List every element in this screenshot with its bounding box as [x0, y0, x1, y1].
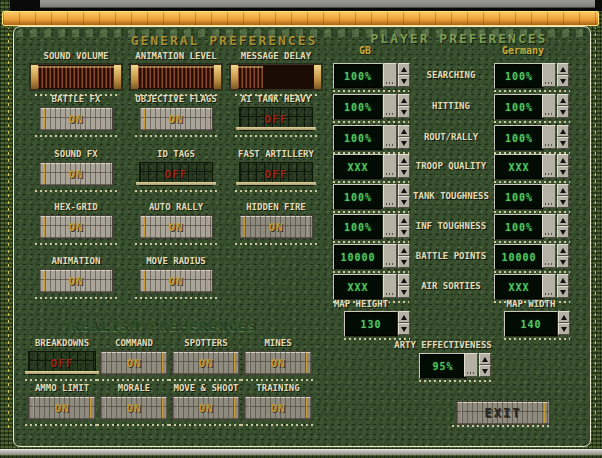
underline-dots [333, 121, 409, 123]
hex-grid-toggle[interactable]: ON [39, 215, 113, 239]
germany-inf-toughness-spin-button[interactable] [542, 214, 556, 238]
sound-volume-slider[interactable] [30, 64, 122, 90]
spotters-cell: SPOTTERS ON [170, 338, 242, 381]
down-arrow[interactable] [398, 323, 410, 335]
fast-artillery-toggle[interactable]: OFF [239, 162, 313, 186]
down-arrow[interactable] [479, 365, 491, 377]
underline-dots [494, 211, 570, 213]
training-toggle[interactable]: ON [244, 396, 312, 420]
up-arrow[interactable] [557, 154, 569, 166]
germany-hitting-value: 100% [494, 94, 544, 120]
id-tags-cell: ID TAGS OFF [126, 149, 226, 192]
underline-dots [333, 181, 409, 183]
arty-effectiveness-spin-button[interactable] [464, 353, 478, 377]
animation-level-cell: ANIMATION LEVEL [126, 51, 226, 96]
gb-inf-toughness-spin-button[interactable] [383, 214, 397, 238]
up-arrow[interactable] [557, 214, 569, 226]
hidden-fire-toggle[interactable]: ON [239, 215, 313, 239]
mines-toggle[interactable]: ON [244, 351, 312, 375]
up-arrow[interactable] [557, 244, 569, 256]
battle-fx-label: BATTLE FX [52, 94, 101, 104]
morale-label: MORALE [118, 383, 151, 393]
searching-label: SEARCHING [409, 70, 493, 80]
underline-dots [494, 271, 570, 273]
move-and-shoot-toggle[interactable]: ON [172, 396, 240, 420]
breakdowns-toggle[interactable]: OFF [28, 351, 96, 375]
exit-button[interactable]: EXIT [456, 401, 550, 425]
objective-flags-label: OBJECTIVE FLAGS [135, 94, 216, 104]
up-arrow[interactable] [557, 94, 569, 106]
spotters-toggle[interactable]: ON [172, 351, 240, 375]
animation-toggle[interactable]: ON [39, 269, 113, 293]
battle-fx-toggle[interactable]: ON [39, 107, 113, 131]
move-radius-toggle[interactable]: ON [139, 269, 213, 293]
ai-tank-heavy-value: OFF [265, 113, 288, 126]
map-height-arrows [398, 311, 410, 335]
ammo-limit-label: AMMO LIMIT [35, 383, 89, 393]
ammo-limit-toggle[interactable]: ON [28, 396, 96, 420]
mines-value: ON [270, 357, 285, 370]
message-delay-label: MESSAGE DELAY [241, 51, 311, 61]
sound-fx-toggle[interactable]: ON [39, 162, 113, 186]
germany-searching-spin-button[interactable] [542, 63, 556, 87]
germany-searching-arrows [557, 63, 569, 87]
down-arrow[interactable] [557, 75, 569, 87]
germany-air-sorties-arrows [557, 274, 569, 298]
command-toggle[interactable]: ON [100, 351, 168, 375]
up-arrow[interactable] [479, 353, 491, 365]
gb-hitting-spin-button[interactable] [383, 94, 397, 118]
breakdowns-label: BREAKDOWNS [35, 338, 89, 348]
objective-flags-cell: OBJECTIVE FLAGS ON [126, 94, 226, 137]
germany-troop-quality-spin-button[interactable] [542, 154, 556, 178]
animation-level-slider[interactable] [130, 64, 222, 90]
up-arrow[interactable] [557, 125, 569, 137]
down-arrow[interactable] [557, 286, 569, 298]
underline-dots [35, 243, 117, 245]
down-arrow[interactable] [557, 256, 569, 268]
animation-cell: ANIMATION ON [26, 256, 126, 299]
training-cell: TRAINING ON [242, 383, 314, 426]
underline-dots [135, 190, 217, 192]
id-tags-toggle[interactable]: OFF [139, 162, 213, 186]
message-delay-slider[interactable] [230, 64, 322, 90]
down-arrow[interactable] [557, 196, 569, 208]
gb-rout-rally-spin-button[interactable] [383, 125, 397, 149]
germany-battle-points-spin-button[interactable] [542, 244, 556, 268]
up-arrow[interactable] [557, 184, 569, 196]
germany-hitting-spin-button[interactable] [542, 94, 556, 118]
ai-tank-heavy-toggle[interactable]: OFF [239, 107, 313, 131]
down-arrow[interactable] [557, 137, 569, 149]
gb-battle-points-value: 10000 [333, 244, 383, 270]
command-cell: COMMAND ON [98, 338, 170, 381]
gb-searching-value: 100% [333, 63, 383, 89]
germany-rout-rally-spin-button[interactable] [542, 125, 556, 149]
objective-flags-value: ON [168, 113, 183, 126]
map-height-label: MAP HEIGHT [311, 299, 411, 309]
gb-troop-quality-spin-button[interactable] [383, 154, 397, 178]
gb-tank-toughness-spin-button[interactable] [383, 184, 397, 208]
auto-rally-toggle[interactable]: ON [139, 215, 213, 239]
inf-toughness-label: INF TOUGHNESS [409, 221, 493, 231]
up-arrow[interactable] [558, 311, 570, 323]
gb-searching-spin-button[interactable] [383, 63, 397, 87]
move-and-shoot-value: ON [198, 402, 213, 415]
gb-battle-points-spin-button[interactable] [383, 244, 397, 268]
down-arrow[interactable] [558, 323, 570, 335]
morale-toggle[interactable]: ON [100, 396, 168, 420]
germany-searching-value: 100% [494, 63, 544, 89]
gb-air-sorties-spin-button[interactable] [383, 274, 397, 298]
germany-tank-toughness-spin-button[interactable] [542, 184, 556, 208]
up-arrow[interactable] [557, 274, 569, 286]
battle-fx-cell: BATTLE FX ON [26, 94, 126, 137]
objective-flags-toggle[interactable]: ON [139, 107, 213, 131]
id-tags-value: OFF [165, 168, 188, 181]
underline-dots [135, 297, 217, 299]
up-arrow[interactable] [398, 311, 410, 323]
map-width-arrows [558, 311, 570, 335]
down-arrow[interactable] [557, 226, 569, 238]
down-arrow[interactable] [557, 166, 569, 178]
rout-rally-label: ROUT/RALLY [409, 132, 493, 142]
up-arrow[interactable] [557, 63, 569, 75]
germany-air-sorties-spin-button[interactable] [542, 274, 556, 298]
down-arrow[interactable] [557, 106, 569, 118]
